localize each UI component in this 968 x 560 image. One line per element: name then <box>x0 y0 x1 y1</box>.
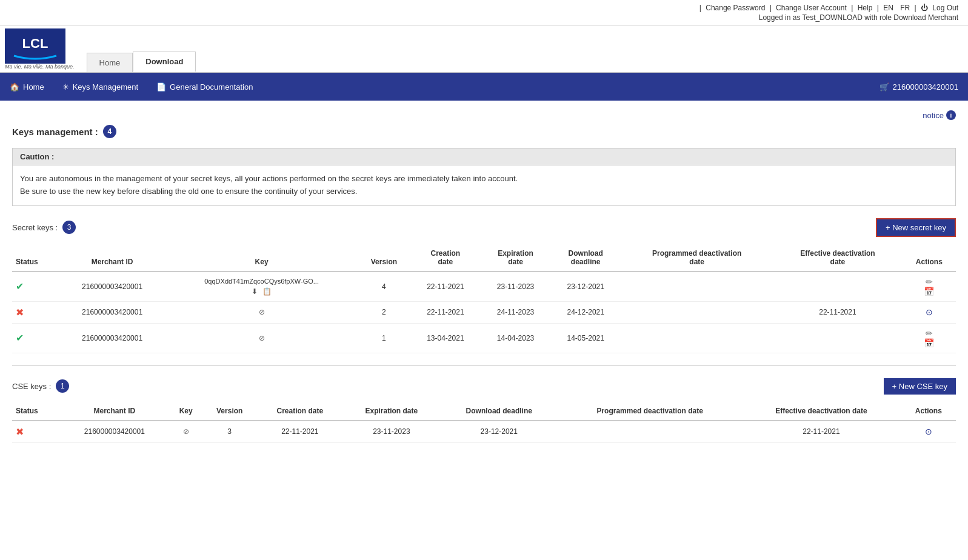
cse-row-merchant-id: 216000003420001 <box>59 421 169 443</box>
change-password-link[interactable]: Change Password <box>706 4 765 12</box>
status-err-icon: ✖ <box>16 307 24 318</box>
doc-icon: 📄 <box>156 82 166 92</box>
keys-count-badge: 4 <box>103 125 116 138</box>
cse-circle-check-icon[interactable]: ⊙ <box>925 427 932 436</box>
calendar-action-icon[interactable]: 📅 <box>924 287 934 296</box>
power-icon: ⏻ <box>921 4 928 12</box>
change-user-account-link[interactable]: Change User Account <box>776 4 847 12</box>
cse-col-version: Version <box>202 402 256 421</box>
edit-action-icon[interactable]: ✏ <box>926 328 933 338</box>
lcl-logo: LCL <box>5 28 65 64</box>
key-disabled-icon: ⊘ <box>259 334 265 342</box>
lang-en-link[interactable]: EN <box>883 4 893 12</box>
edit-action-icon[interactable]: ✏ <box>926 277 933 287</box>
col-status: Status <box>12 244 59 272</box>
row-effective-deact <box>773 272 902 302</box>
cse-row-expiration-date: 23-11-2023 <box>343 421 439 443</box>
row-version: 2 <box>358 301 410 323</box>
tab-download[interactable]: Download <box>133 52 196 72</box>
main-content: notice i Keys management : 4 Caution : Y… <box>0 101 968 453</box>
home-icon: 🏠 <box>10 82 19 92</box>
col-programmed-deact: Programmed deactivationdate <box>621 244 773 272</box>
row-status: ✔ <box>12 323 59 353</box>
cse-keys-count-badge: 1 <box>56 379 69 393</box>
logout-link[interactable]: Log Out <box>932 4 958 12</box>
secret-keys-count-badge: 3 <box>62 221 76 234</box>
cse-keys-table-header: Status Merchant ID Key Version Creation … <box>12 402 956 421</box>
blue-nav: 🏠 Home ✳ Keys Management 📄 General Docum… <box>0 73 968 101</box>
separator: | <box>699 4 703 12</box>
notice-info-icon: i <box>946 110 956 120</box>
nav-keys-label: Keys Management <box>73 82 138 92</box>
notice-label: notice <box>923 111 944 120</box>
logged-in-text: Logged in as Test_DOWNLOAD with role Dow… <box>759 13 958 22</box>
notice-area: notice i <box>12 110 956 120</box>
secret-keys-table: Status Merchant ID Key Version Creationd… <box>12 244 956 353</box>
cse-key-row: ✖216000003420001⊘322-11-202123-11-202323… <box>12 421 956 443</box>
col-expiration-date: Expirationdate <box>481 244 551 272</box>
nav-keys-management[interactable]: ✳ Keys Management <box>62 82 138 92</box>
notice-link[interactable]: notice i <box>923 110 956 120</box>
logo-subtitle: Ma vie. Ma ville. Ma banque. <box>5 64 75 70</box>
top-bar: | Change Password | Change User Account … <box>0 0 968 26</box>
download-key-icon[interactable]: ⬇ <box>252 287 258 296</box>
row-status: ✔ <box>12 272 59 302</box>
row-programmed-deact <box>621 323 773 353</box>
top-bar-links: | Change Password | Change User Account … <box>697 4 958 12</box>
row-merchant-id: 216000003420001 <box>59 301 166 323</box>
row-merchant-id: 216000003420001 <box>59 323 166 353</box>
cse-row-programmed-deact <box>558 421 741 443</box>
row-expiration-date: 23-11-2023 <box>481 272 551 302</box>
cse-row-effective-deact: 22-11-2021 <box>741 421 901 443</box>
cse-row-status: ✖ <box>12 421 59 443</box>
cse-row-download-deadline: 23-12-2021 <box>439 421 558 443</box>
new-cse-key-button[interactable]: + New CSE key <box>884 378 956 395</box>
col-merchant-id: Merchant ID <box>59 244 166 272</box>
row-expiration-date: 24-11-2023 <box>481 301 551 323</box>
top-bar-right: | Change Password | Change User Account … <box>697 4 958 22</box>
cse-keys-header: CSE keys : 1 + New CSE key <box>12 378 956 395</box>
secret-keys-table-header: Status Merchant ID Key Version Creationd… <box>12 244 956 272</box>
nav-documentation[interactable]: 📄 General Documentation <box>156 82 253 92</box>
merchant-id-value: 216000003420001 <box>893 82 958 92</box>
secret-keys-title: Secret keys : <box>12 223 58 232</box>
caution-header: Caution : <box>13 148 955 165</box>
caution-line2: Be sure to use the new key before disabl… <box>20 185 948 198</box>
circle-check-action-icon[interactable]: ⊙ <box>926 307 933 317</box>
row-key: ⊘ <box>165 301 357 323</box>
key-action-icons: ⬇ 📋 <box>169 287 353 296</box>
secret-key-row: ✔216000003420001⊘113-04-202114-04-202314… <box>12 323 956 353</box>
help-link[interactable]: Help <box>858 4 873 12</box>
row-creation-date: 22-11-2021 <box>410 272 481 302</box>
row-actions: ✏📅 <box>903 323 956 353</box>
row-effective-deact <box>773 323 902 353</box>
caution-body: You are autonomous in the management of … <box>13 165 955 205</box>
row-programmed-deact <box>621 301 773 323</box>
separator: | <box>770 4 773 12</box>
row-version: 4 <box>358 272 410 302</box>
cart-icon: 🛒 <box>880 82 889 92</box>
cse-keys-table: Status Merchant ID Key Version Creation … <box>12 402 956 443</box>
tab-home[interactable]: Home <box>87 53 133 72</box>
svg-text:LCL: LCL <box>22 36 48 51</box>
nav-home[interactable]: 🏠 Home <box>10 82 44 92</box>
secret-keys-header: Secret keys : 3 + New secret key <box>12 218 956 237</box>
cse-col-actions: Actions <box>901 402 956 421</box>
cse-col-programmed-deact: Programmed deactivation date <box>558 402 741 421</box>
lang-fr-link[interactable]: FR <box>900 4 910 12</box>
key-text: 0qqDXddT41mZqcoCQys6fpXW-GO... <box>169 278 353 285</box>
secret-keys-title-area: Secret keys : 3 <box>12 221 76 234</box>
status-ok-icon: ✔ <box>16 333 24 343</box>
row-merchant-id: 216000003420001 <box>59 272 166 302</box>
col-effective-deact: Effective deactivationdate <box>773 244 902 272</box>
col-version: Version <box>358 244 410 272</box>
row-programmed-deact <box>621 272 773 302</box>
tab-nav: Home Download <box>87 52 196 72</box>
calendar-action-icon[interactable]: 📅 <box>924 338 934 348</box>
row-actions: ✏📅 <box>903 272 956 302</box>
nav-doc-label: General Documentation <box>170 82 253 92</box>
new-secret-key-button[interactable]: + New secret key <box>876 218 956 237</box>
status-err-icon: ✖ <box>16 427 24 437</box>
merchant-id-display: 🛒 216000003420001 <box>880 82 958 92</box>
copy-key-icon[interactable]: 📋 <box>262 287 272 296</box>
